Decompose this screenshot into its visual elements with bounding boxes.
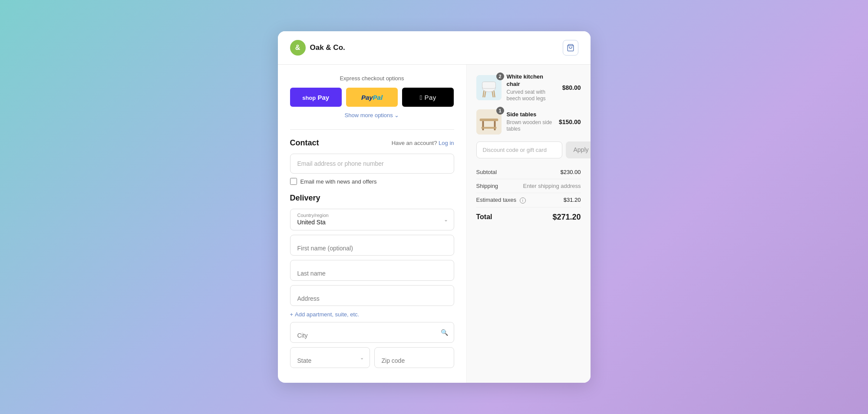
logo-area: & Oak & Co. bbox=[290, 40, 345, 56]
total-row: Total $271.20 bbox=[476, 207, 581, 222]
first-name-input[interactable] bbox=[290, 235, 454, 256]
svg-rect-12 bbox=[481, 127, 496, 129]
shop-pay-button[interactable]: shop Pay bbox=[290, 88, 342, 107]
total-value: $271.20 bbox=[552, 213, 581, 222]
city-input[interactable] bbox=[290, 322, 454, 343]
newsletter-checkbox[interactable] bbox=[290, 178, 297, 185]
logo-icon: & bbox=[290, 40, 306, 56]
order-item-2: 1 Side tables Brown wooden side tables $… bbox=[476, 109, 581, 135]
item-2-name: Side tables bbox=[507, 111, 554, 118]
first-name-wrapper bbox=[290, 235, 454, 256]
newsletter-row: Email me with news and offers bbox=[290, 178, 454, 185]
last-name-input[interactable] bbox=[290, 260, 454, 281]
express-checkout-section: Express checkout options shop Pay PayPal bbox=[290, 75, 454, 119]
plus-icon: + bbox=[290, 311, 294, 318]
item-1-desc: Curved seat with beech wood legs bbox=[507, 89, 557, 102]
account-link: Have an account? Log in bbox=[392, 140, 454, 146]
discount-input[interactable] bbox=[476, 141, 562, 158]
show-more-link[interactable]: Show more options ⌄ bbox=[345, 112, 399, 118]
shipping-value: Enter shipping address bbox=[523, 183, 581, 189]
city-wrapper: 🔍 bbox=[290, 322, 454, 343]
left-panel: Express checkout options shop Pay PayPal bbox=[278, 65, 467, 383]
item-1-details: White kitchen chair Curved seat with bee… bbox=[507, 73, 557, 102]
taxes-value: $31.20 bbox=[564, 197, 581, 203]
country-wrapper: Country/region United Sta ⌄ bbox=[290, 209, 454, 230]
express-title: Express checkout options bbox=[290, 75, 454, 82]
search-icon: 🔍 bbox=[441, 329, 448, 336]
zip-input[interactable] bbox=[374, 347, 454, 368]
right-panel: 2 White kitchen chair Curved seat with b… bbox=[467, 65, 591, 383]
cart-icon bbox=[567, 44, 574, 52]
paypal-label: PayPal bbox=[361, 94, 383, 101]
express-buttons: shop Pay PayPal  Pay bbox=[290, 88, 454, 107]
state-zip-row: ⌄ bbox=[290, 347, 454, 372]
svg-rect-3 bbox=[482, 82, 495, 89]
header: & Oak & Co. bbox=[278, 31, 591, 65]
state-input[interactable] bbox=[290, 347, 370, 368]
shipping-row: Shipping Enter shipping address bbox=[476, 179, 581, 193]
order-summary: Subtotal $230.00 Shipping Enter shipping… bbox=[476, 165, 581, 222]
section-divider bbox=[290, 129, 454, 130]
state-wrapper: ⌄ bbox=[290, 347, 370, 368]
order-items: 2 White kitchen chair Curved seat with b… bbox=[476, 73, 581, 135]
login-link[interactable]: Log in bbox=[439, 140, 454, 146]
country-label: Country/region bbox=[297, 213, 447, 218]
item-2-details: Side tables Brown wooden side tables bbox=[507, 111, 554, 133]
item-1-badge: 2 bbox=[496, 72, 504, 80]
email-phone-input[interactable] bbox=[290, 154, 454, 174]
country-value: United Sta bbox=[297, 219, 447, 226]
shop-pay-label: shop Pay bbox=[302, 94, 329, 101]
info-icon: i bbox=[520, 197, 526, 204]
order-item-1: 2 White kitchen chair Curved seat with b… bbox=[476, 73, 581, 102]
add-apt-link[interactable]: + Add apartment, suite, etc. bbox=[290, 311, 360, 318]
contact-title: Contact bbox=[290, 138, 319, 148]
country-select[interactable]: Country/region United Sta bbox=[290, 209, 454, 230]
delivery-title: Delivery bbox=[290, 194, 454, 203]
apple-pay-button[interactable]:  Pay bbox=[402, 88, 454, 107]
main-content: Express checkout options shop Pay PayPal bbox=[278, 65, 591, 383]
cart-button[interactable] bbox=[563, 40, 578, 56]
checkout-modal: & Oak & Co. Express checkout options sho… bbox=[278, 31, 591, 383]
item-2-price: $150.00 bbox=[559, 118, 581, 125]
svg-rect-10 bbox=[482, 121, 484, 130]
taxes-label: Estimated taxes i bbox=[476, 197, 526, 204]
item-2-desc: Brown wooden side tables bbox=[507, 119, 554, 133]
taxes-row: Estimated taxes i $31.20 bbox=[476, 193, 581, 207]
svg-rect-9 bbox=[479, 118, 498, 121]
item-2-badge: 1 bbox=[496, 107, 504, 115]
item-1-price: $80.00 bbox=[562, 84, 581, 91]
item-1-image-wrapper: 2 bbox=[476, 75, 502, 100]
subtotal-label: Subtotal bbox=[476, 169, 497, 175]
paypal-button[interactable]: PayPal bbox=[346, 88, 398, 107]
svg-rect-11 bbox=[494, 121, 495, 130]
contact-section: Contact Have an account? Log in Email me… bbox=[290, 138, 454, 185]
total-label: Total bbox=[476, 213, 492, 221]
zip-wrapper bbox=[374, 347, 454, 368]
newsletter-label: Email me with news and offers bbox=[300, 178, 377, 185]
subtotal-value: $230.00 bbox=[561, 169, 581, 175]
item-2-image-wrapper: 1 bbox=[476, 109, 502, 135]
last-name-wrapper bbox=[290, 260, 454, 281]
address-input[interactable] bbox=[290, 285, 454, 306]
item-1-name: White kitchen chair bbox=[507, 73, 557, 88]
logo-text: Oak & Co. bbox=[310, 43, 345, 52]
delivery-section: Delivery Country/region United Sta ⌄ bbox=[290, 194, 454, 372]
apply-button[interactable]: Apply bbox=[566, 141, 591, 158]
apple-pay-label:  Pay bbox=[420, 94, 436, 101]
subtotal-row: Subtotal $230.00 bbox=[476, 165, 581, 179]
shipping-label: Shipping bbox=[476, 183, 498, 189]
contact-header: Contact Have an account? Log in bbox=[290, 138, 454, 148]
discount-row: Apply bbox=[476, 141, 581, 158]
address-wrapper bbox=[290, 285, 454, 306]
